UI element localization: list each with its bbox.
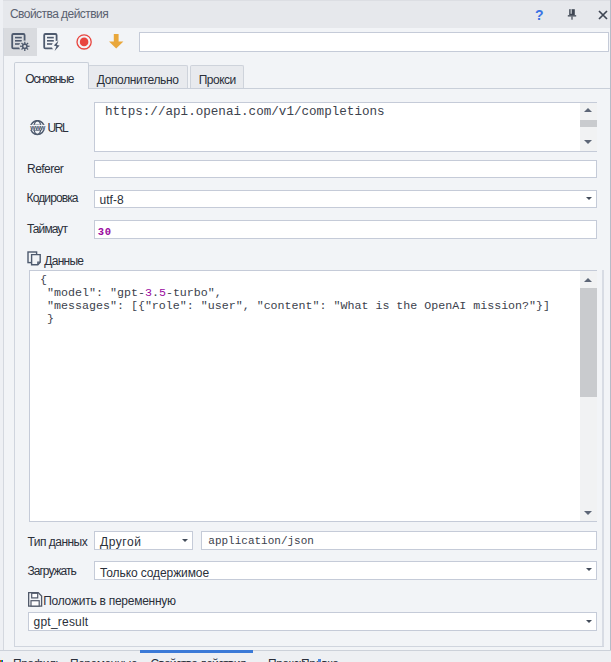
svg-text:www: www (29, 123, 46, 130)
